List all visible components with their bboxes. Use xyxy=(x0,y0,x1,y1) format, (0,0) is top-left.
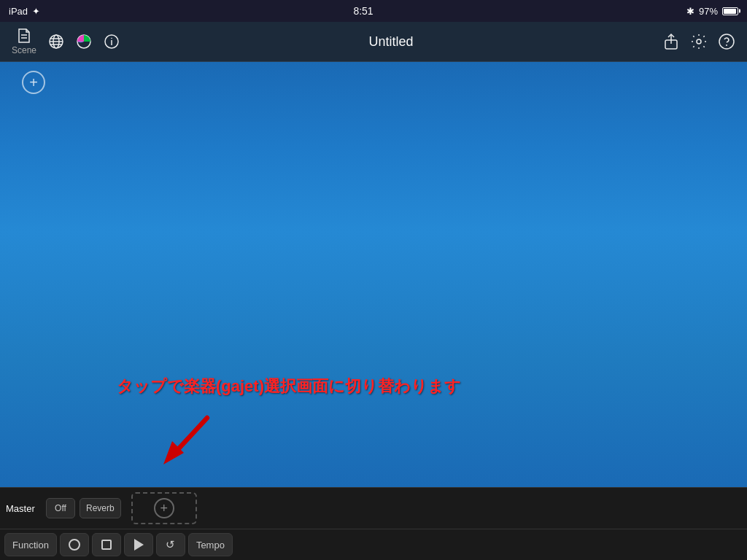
scene-label: Scene xyxy=(12,45,36,55)
function-button[interactable]: Function xyxy=(4,533,57,556)
info-icon[interactable] xyxy=(104,34,120,50)
tempo-button[interactable]: Tempo xyxy=(188,533,233,556)
battery-icon xyxy=(722,7,738,15)
square-icon xyxy=(101,540,112,550)
function-row: Function ↺ Tempo xyxy=(0,529,747,560)
ipad-label: iPad xyxy=(9,6,28,17)
color-circle-icon[interactable] xyxy=(76,34,92,50)
toolbar-left: Scene xyxy=(12,28,120,55)
bottom-panel: Master Off Reverb + Function ↺ Tempo xyxy=(0,487,747,560)
share-icon[interactable] xyxy=(662,33,680,50)
master-label: Master xyxy=(6,503,39,514)
battery-percent: 97% xyxy=(699,6,718,17)
scene-add-button[interactable]: + xyxy=(22,71,45,94)
circle-icon xyxy=(69,539,80,551)
toolbar-title: Untitled xyxy=(369,34,414,50)
svg-point-13 xyxy=(697,39,701,44)
toolbar: Scene Unti xyxy=(0,22,747,62)
dashed-add-box: + xyxy=(131,492,197,524)
bluetooth-icon: ✱ xyxy=(686,6,694,17)
globe-icon[interactable] xyxy=(48,34,64,50)
toolbar-right xyxy=(662,33,735,50)
settings-icon[interactable] xyxy=(690,33,708,50)
status-right: ✱ 97% xyxy=(686,6,738,17)
ipad-icon: ✦ xyxy=(32,6,40,17)
new-file-icon[interactable] xyxy=(16,28,32,44)
master-row: Master Off Reverb + xyxy=(0,488,747,529)
svg-point-14 xyxy=(719,34,734,49)
status-time: 8:51 xyxy=(353,5,373,17)
main-content[interactable]: + タップで楽器(gajet)選択画面に切り替わります xyxy=(0,62,747,487)
scene-area: Scene xyxy=(12,28,36,55)
reverb-button[interactable]: Reverb xyxy=(80,498,121,518)
status-left: iPad ✦ xyxy=(9,6,40,17)
circle-button[interactable] xyxy=(60,533,89,556)
off-button[interactable]: Off xyxy=(46,498,75,518)
annotation-text: タップで楽器(gajet)選択画面に切り替わります xyxy=(117,376,461,397)
play-button[interactable] xyxy=(124,533,153,556)
arrow-indicator xyxy=(160,412,219,470)
loop-button[interactable]: ↺ xyxy=(156,533,185,556)
plus-icon: + xyxy=(29,74,38,91)
add-gadget-button[interactable]: + xyxy=(154,498,174,518)
play-icon xyxy=(134,539,144,551)
status-bar: iPad ✦ 8:51 ✱ 97% xyxy=(0,0,747,22)
loop-icon: ↺ xyxy=(166,538,175,551)
add-icon: + xyxy=(160,501,168,516)
svg-point-10 xyxy=(111,38,112,39)
help-icon[interactable] xyxy=(718,33,735,50)
square-button[interactable] xyxy=(92,533,121,556)
